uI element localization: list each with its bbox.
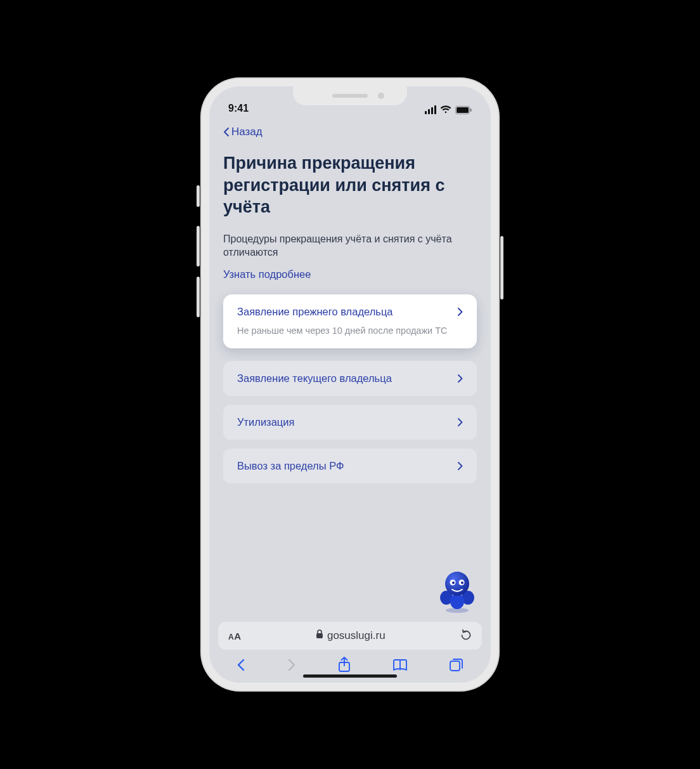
notch <box>293 86 407 105</box>
svg-point-5 <box>462 591 474 605</box>
page-subtitle: Процедуры прекращения учёта и снятия с у… <box>223 232 477 260</box>
chevron-right-icon <box>458 418 463 426</box>
back-link[interactable]: Назад <box>223 126 477 138</box>
wifi-icon <box>440 105 451 114</box>
svg-rect-2 <box>470 108 472 112</box>
nav-back-button[interactable] <box>236 657 246 673</box>
chevron-right-icon <box>458 308 463 316</box>
svg-point-10 <box>452 582 455 584</box>
svg-point-11 <box>461 582 463 584</box>
option-card-highlighted[interactable]: Заявление прежнего владельца Не раньше ч… <box>223 294 477 348</box>
volume-down-button <box>197 277 200 317</box>
back-label: Назад <box>231 126 262 138</box>
mute-switch <box>197 185 200 207</box>
assistant-bot-icon[interactable] <box>438 569 477 613</box>
url-domain: gosuslugi.ru <box>327 629 386 642</box>
reload-button[interactable] <box>460 628 472 644</box>
svg-point-7 <box>445 572 469 596</box>
volume-up-button <box>197 226 200 266</box>
power-button <box>500 236 503 299</box>
share-button[interactable] <box>337 657 351 673</box>
svg-rect-14 <box>450 661 460 671</box>
svg-point-9 <box>459 580 465 586</box>
option-card[interactable]: Вывоз за пределы РФ <box>223 449 477 483</box>
phone-frame: 9:41 Назад При <box>200 77 500 692</box>
lock-icon <box>316 629 323 642</box>
bookmarks-button[interactable] <box>392 658 408 672</box>
option-desc: Не раньше чем через 10 дней после продаж… <box>237 325 463 336</box>
option-title: Заявление прежнего владельца <box>237 306 393 318</box>
cellular-signal-icon <box>425 105 436 114</box>
option-title: Утилизация <box>237 416 294 428</box>
svg-rect-12 <box>316 633 323 638</box>
tabs-button[interactable] <box>449 657 464 673</box>
page-title: Причина прекращения регистрации или снят… <box>223 152 477 218</box>
chevron-right-icon <box>458 374 463 383</box>
text-size-button[interactable]: AA <box>228 631 242 641</box>
option-card[interactable]: Утилизация <box>223 405 477 440</box>
option-card[interactable]: Заявление текущего владельца <box>223 361 477 396</box>
option-title: Вывоз за пределы РФ <box>237 460 344 472</box>
chevron-right-icon <box>458 462 463 470</box>
option-title: Заявление текущего владельца <box>237 372 392 384</box>
svg-rect-1 <box>457 107 469 113</box>
battery-icon <box>455 106 472 114</box>
nav-forward-button[interactable] <box>287 657 297 673</box>
svg-point-3 <box>446 608 469 613</box>
home-indicator[interactable] <box>303 674 397 678</box>
svg-point-4 <box>440 591 453 605</box>
status-time: 9:41 <box>228 103 249 114</box>
svg-point-8 <box>450 580 456 586</box>
learn-more-link[interactable]: Узнать подробнее <box>223 268 477 280</box>
chevron-left-icon <box>223 128 229 136</box>
browser-toolbar <box>209 650 491 683</box>
browser-url-bar[interactable]: AA gosuslugi.ru <box>218 622 482 650</box>
svg-point-6 <box>450 594 464 609</box>
